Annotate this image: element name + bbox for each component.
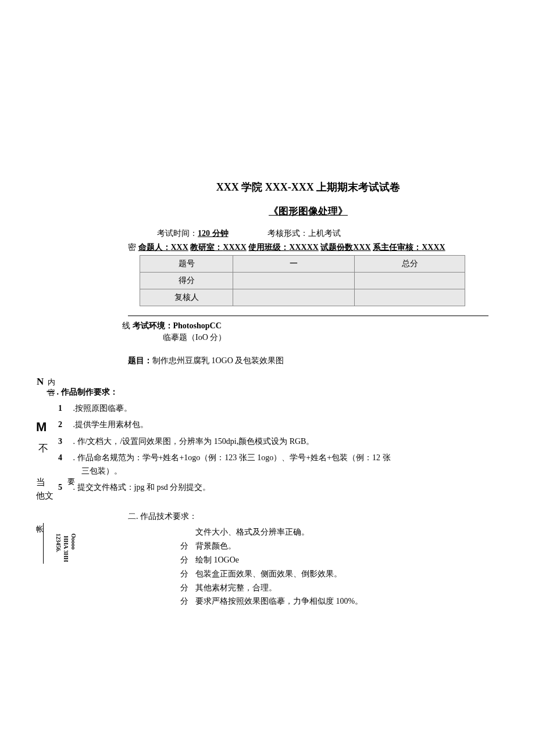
cell-r2c1: 得分 (140, 273, 233, 289)
cell-r2c2 (233, 273, 355, 289)
margin-text-nei: 内容 (48, 377, 55, 398)
section1-list: 1 .按照原图临摹。 2 .提供学生用素材包。 3 . 作/文档大，/设置同效果… (58, 402, 500, 494)
list-item: 分背景颜色。 (174, 539, 500, 553)
list-item: 4 . 作品命名规范为：学号+姓名+1ogo（例：123 张三 1ogo）、学号… (58, 452, 500, 478)
margin-vertical-2: HHA 3HH (63, 536, 69, 562)
margin-text-tawen: 他文 (36, 490, 54, 501)
list-item: 3 . 作/文档大，/设置同效果图，分辨率为 150dpi,颜色模式设为 RGB… (58, 435, 500, 448)
cell-r2c3 (355, 273, 465, 289)
table-row: 题号 一 总分 (140, 256, 465, 273)
meta-authors-row: 密 命题人：XXX 教研室：XXXX 使用班级：XXXXX 试题份数XXX 系主… (128, 242, 500, 253)
margin-vertical-3: Ooooo (70, 533, 77, 550)
cell-r1c3: 总分 (355, 256, 465, 273)
list-item: 分其他素材完整，合理。 (174, 581, 500, 595)
main-title: XXX 学院 XXX-XXX 上期期末考试试卷 (116, 180, 500, 194)
list-item: 1 .按照原图临摹。 (58, 402, 500, 415)
topic-row: 题目：制作忠州豆腐乳 1OGO 及包装效果图 (128, 356, 500, 366)
cell-r1c2: 一 (233, 256, 355, 273)
section1-head: 一 . 作品制作要求： (47, 387, 500, 397)
list-item: 文件大小、格式及分辨率正确。 (174, 525, 500, 539)
meta-time-row: 考试时间：120 分钟 考核形式：上机考试 (157, 228, 500, 239)
table-row: 得分 (140, 273, 465, 289)
cell-r3c2 (233, 289, 355, 306)
cell-r1c1: 题号 (140, 256, 233, 273)
cell-r3c1: 复核人 (140, 289, 233, 306)
cell-r3c3 (355, 289, 465, 306)
list-item: 分包装盒正面效果、侧面效果、倒影效果。 (174, 567, 500, 581)
subtitle: 《图形图像处理》 (116, 205, 500, 218)
list-item: 分要求严格按照效果图临摹，力争相似度 100%。 (174, 594, 500, 608)
exam-env-sub: 临摹题（IoO 分） (163, 332, 500, 343)
section2-list: 文件大小、格式及分辨率正确。 分背景颜色。 分绘制 1OGOe 分包装盒正面效果… (174, 525, 500, 608)
exam-paper-page: XXX 学院 XXX-XXX 上期期末考试试卷 《图形图像处理》 考试时间：12… (0, 0, 535, 643)
list-item: 5 . 提交文件格式：jpg 和 psd 分别提交。 (58, 481, 500, 494)
section2-head: 二. 作品技术要求： (128, 511, 500, 522)
margin-vertical-1: 123456. (55, 533, 62, 553)
margin-line (43, 523, 44, 564)
table-row: 复核人 (140, 289, 465, 306)
divider (128, 316, 488, 316)
list-item: 2 .提供学生用素材包。 (58, 418, 500, 431)
score-table: 题号 一 总分 得分 复核人 (140, 255, 465, 306)
margin-text-dang: 当 (36, 476, 45, 489)
exam-env-row: 线 考试环境：PhotoshopCC 临摹题（IoO 分） (128, 321, 500, 343)
margin-text-yao: 要 (67, 476, 75, 487)
list-item: 分绘制 1OGOe (174, 553, 500, 567)
margin-text-n: N (37, 376, 44, 388)
margin-text-bu: 不 (38, 442, 48, 455)
margin-text-m: M (36, 420, 47, 435)
